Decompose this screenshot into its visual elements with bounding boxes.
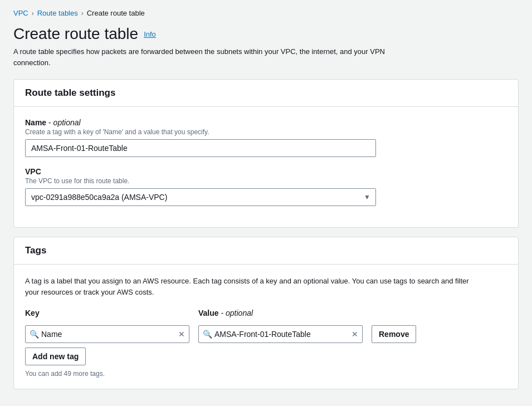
tag-row: 🔍 ✕ 🔍 ✕ Remove: [25, 325, 507, 343]
name-hint: Create a tag with a key of 'Name' and a …: [25, 128, 507, 136]
settings-card-header: Route table settings: [14, 80, 518, 107]
vpc-field-group: VPC The VPC to use for this route table.…: [25, 167, 507, 206]
tags-col-action-header: [372, 309, 422, 321]
breadcrumb-current: Create route table: [87, 9, 145, 17]
tags-col-value-header: Value - optional: [198, 309, 363, 321]
breadcrumb-sep-1: ›: [32, 9, 34, 17]
tag-value-input[interactable]: [198, 325, 363, 343]
breadcrumb-route-tables-link[interactable]: Route tables: [37, 9, 78, 17]
tag-value-wrapper: 🔍 ✕: [198, 325, 363, 343]
actions-bar: Cancel Create route table: [13, 398, 519, 406]
tag-key-input[interactable]: [25, 325, 189, 343]
breadcrumb-vpc-link[interactable]: VPC: [13, 9, 28, 17]
tags-card-body: A tag is a label that you assign to an A…: [14, 265, 518, 389]
breadcrumb: VPC › Route tables › Create route table: [13, 9, 519, 17]
tags-table-header: Key Value - optional: [25, 309, 507, 321]
remove-tag-button[interactable]: Remove: [372, 325, 416, 343]
tags-col-key-header: Key: [25, 309, 189, 321]
tags-card: Tags A tag is a label that you assign to…: [13, 237, 519, 389]
page-header: Create route table Info: [13, 25, 519, 43]
vpc-label: VPC: [25, 167, 507, 176]
route-table-settings-card: Route table settings Name - optional Cre…: [13, 79, 519, 228]
name-label: Name - optional: [25, 118, 507, 127]
vpc-hint: The VPC to use for this route table.: [25, 177, 507, 185]
clear-value-button[interactable]: ✕: [350, 329, 359, 340]
add-new-tag-button[interactable]: Add new tag: [25, 348, 86, 365]
info-link[interactable]: Info: [144, 30, 156, 38]
tags-section-title: Tags: [25, 245, 46, 256]
settings-card-body: Name - optional Create a tag with a key …: [14, 107, 518, 227]
page-title: Create route table: [13, 25, 138, 43]
tags-card-header: Tags: [14, 237, 518, 265]
page-description: A route table specifies how packets are …: [13, 46, 403, 68]
breadcrumb-sep-2: ›: [81, 9, 84, 17]
tags-note: You can add 49 more tags.: [25, 370, 507, 378]
clear-key-button[interactable]: ✕: [177, 329, 186, 340]
tag-key-wrapper: 🔍 ✕: [25, 325, 189, 343]
vpc-select[interactable]: vpc-0291a988e50ca9a2a (AMSA-VPC): [25, 188, 376, 206]
vpc-select-wrapper: vpc-0291a988e50ca9a2a (AMSA-VPC) ▼: [25, 188, 376, 206]
tags-description: A tag is a label that you assign to an A…: [25, 276, 482, 297]
name-input[interactable]: [25, 139, 376, 157]
name-field-group: Name - optional Create a tag with a key …: [25, 118, 507, 157]
settings-section-title: Route table settings: [25, 87, 115, 98]
